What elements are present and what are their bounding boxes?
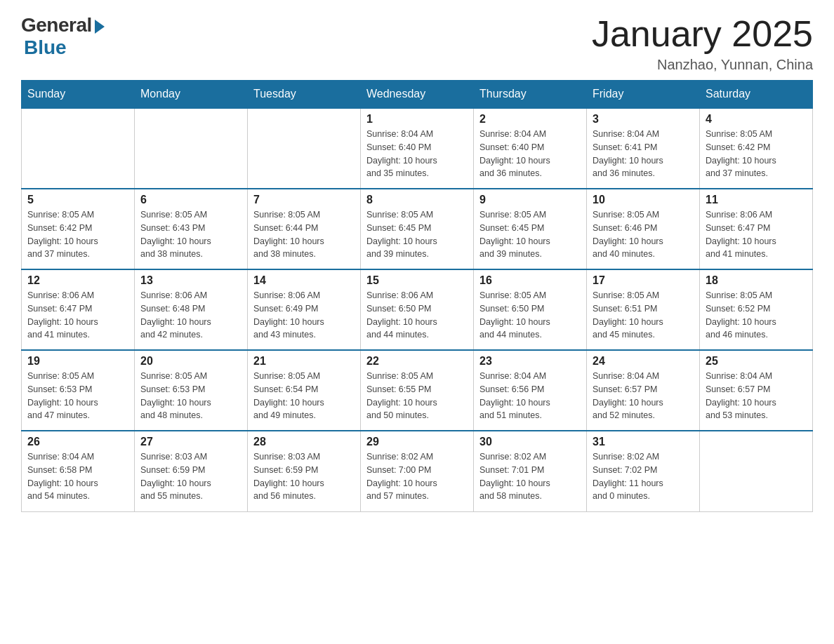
day-info: Sunrise: 8:04 AM Sunset: 6:56 PM Dayligh… (479, 370, 581, 422)
day-info: Sunrise: 8:05 AM Sunset: 6:45 PM Dayligh… (366, 208, 468, 261)
day-info: Sunrise: 8:02 AM Sunset: 7:00 PM Dayligh… (366, 450, 468, 503)
location: Nanzhao, Yunnan, China (592, 57, 813, 73)
weekday-header-sunday: Sunday (22, 81, 135, 109)
calendar-cell: 16Sunrise: 8:05 AM Sunset: 6:50 PM Dayli… (474, 269, 587, 350)
weekday-header-wednesday: Wednesday (361, 81, 474, 109)
day-number: 7 (253, 194, 355, 206)
day-info: Sunrise: 8:02 AM Sunset: 7:02 PM Dayligh… (593, 450, 694, 503)
day-number: 24 (593, 355, 694, 368)
day-info: Sunrise: 8:06 AM Sunset: 6:48 PM Dayligh… (140, 289, 241, 342)
calendar-cell: 24Sunrise: 8:04 AM Sunset: 6:57 PM Dayli… (587, 350, 700, 431)
calendar-cell: 8Sunrise: 8:05 AM Sunset: 6:45 PM Daylig… (361, 189, 474, 269)
calendar-cell: 14Sunrise: 8:06 AM Sunset: 6:49 PM Dayli… (248, 269, 361, 350)
day-number: 27 (140, 436, 241, 448)
day-info: Sunrise: 8:05 AM Sunset: 6:54 PM Dayligh… (253, 370, 355, 422)
calendar-cell: 7Sunrise: 8:05 AM Sunset: 6:44 PM Daylig… (248, 189, 361, 269)
day-info: Sunrise: 8:05 AM Sunset: 6:55 PM Dayligh… (366, 370, 468, 422)
day-number: 19 (27, 355, 128, 368)
day-info: Sunrise: 8:04 AM Sunset: 6:58 PM Dayligh… (27, 450, 128, 503)
calendar-cell (135, 108, 248, 189)
day-number: 28 (253, 436, 355, 448)
calendar-week-row: 1Sunrise: 8:04 AM Sunset: 6:40 PM Daylig… (22, 108, 813, 189)
day-number: 18 (706, 274, 807, 287)
day-info: Sunrise: 8:06 AM Sunset: 6:47 PM Dayligh… (27, 289, 128, 342)
day-number: 8 (366, 194, 468, 206)
calendar-cell: 27Sunrise: 8:03 AM Sunset: 6:59 PM Dayli… (135, 431, 248, 511)
day-info: Sunrise: 8:05 AM Sunset: 6:44 PM Dayligh… (253, 208, 355, 261)
day-info: Sunrise: 8:05 AM Sunset: 6:42 PM Dayligh… (706, 128, 807, 180)
day-info: Sunrise: 8:04 AM Sunset: 6:40 PM Dayligh… (479, 128, 581, 180)
weekday-header-friday: Friday (587, 81, 700, 109)
page-header: General Blue January 2025 Nanzhao, Yunna… (21, 14, 813, 73)
day-number: 9 (479, 194, 581, 206)
day-info: Sunrise: 8:03 AM Sunset: 6:59 PM Dayligh… (140, 450, 241, 503)
day-number: 6 (140, 194, 241, 206)
calendar-cell: 3Sunrise: 8:04 AM Sunset: 6:41 PM Daylig… (587, 108, 700, 189)
day-number: 23 (479, 355, 581, 368)
calendar-cell: 26Sunrise: 8:04 AM Sunset: 6:58 PM Dayli… (22, 431, 135, 511)
weekday-header-thursday: Thursday (474, 81, 587, 109)
calendar-cell: 22Sunrise: 8:05 AM Sunset: 6:55 PM Dayli… (361, 350, 474, 431)
calendar-cell: 4Sunrise: 8:05 AM Sunset: 6:42 PM Daylig… (700, 108, 813, 189)
day-info: Sunrise: 8:02 AM Sunset: 7:01 PM Dayligh… (479, 450, 581, 503)
logo: General Blue (21, 14, 105, 59)
day-number: 15 (366, 274, 468, 287)
calendar-cell: 29Sunrise: 8:02 AM Sunset: 7:00 PM Dayli… (361, 431, 474, 511)
day-number: 10 (593, 194, 694, 206)
day-info: Sunrise: 8:05 AM Sunset: 6:42 PM Dayligh… (27, 208, 128, 261)
day-number: 17 (593, 274, 694, 287)
day-info: Sunrise: 8:05 AM Sunset: 6:46 PM Dayligh… (593, 208, 694, 261)
calendar-week-row: 19Sunrise: 8:05 AM Sunset: 6:53 PM Dayli… (22, 350, 813, 431)
calendar-week-row: 26Sunrise: 8:04 AM Sunset: 6:58 PM Dayli… (22, 431, 813, 511)
day-number: 11 (706, 194, 807, 206)
day-info: Sunrise: 8:05 AM Sunset: 6:45 PM Dayligh… (479, 208, 581, 261)
logo-blue-text: Blue (24, 36, 67, 59)
logo-arrow-icon (95, 20, 105, 34)
day-info: Sunrise: 8:04 AM Sunset: 6:57 PM Dayligh… (593, 370, 694, 422)
day-number: 21 (253, 355, 355, 368)
day-number: 3 (593, 113, 694, 126)
weekday-header-monday: Monday (135, 81, 248, 109)
day-number: 4 (706, 113, 807, 126)
calendar-cell: 18Sunrise: 8:05 AM Sunset: 6:52 PM Dayli… (700, 269, 813, 350)
day-info: Sunrise: 8:05 AM Sunset: 6:50 PM Dayligh… (479, 289, 581, 342)
calendar-week-row: 12Sunrise: 8:06 AM Sunset: 6:47 PM Dayli… (22, 269, 813, 350)
day-info: Sunrise: 8:04 AM Sunset: 6:57 PM Dayligh… (706, 370, 807, 422)
day-info: Sunrise: 8:06 AM Sunset: 6:49 PM Dayligh… (253, 289, 355, 342)
calendar-cell: 30Sunrise: 8:02 AM Sunset: 7:01 PM Dayli… (474, 431, 587, 511)
calendar-cell (22, 108, 135, 189)
calendar-week-row: 5Sunrise: 8:05 AM Sunset: 6:42 PM Daylig… (22, 189, 813, 269)
calendar-cell: 28Sunrise: 8:03 AM Sunset: 6:59 PM Dayli… (248, 431, 361, 511)
logo-general-text: General (21, 14, 92, 36)
calendar-cell: 2Sunrise: 8:04 AM Sunset: 6:40 PM Daylig… (474, 108, 587, 189)
day-info: Sunrise: 8:06 AM Sunset: 6:47 PM Dayligh… (706, 208, 807, 261)
calendar-cell (248, 108, 361, 189)
calendar-cell: 25Sunrise: 8:04 AM Sunset: 6:57 PM Dayli… (700, 350, 813, 431)
day-number: 1 (366, 113, 468, 126)
calendar-cell: 11Sunrise: 8:06 AM Sunset: 6:47 PM Dayli… (700, 189, 813, 269)
day-number: 12 (27, 274, 128, 287)
day-number: 30 (479, 436, 581, 448)
calendar-cell: 12Sunrise: 8:06 AM Sunset: 6:47 PM Dayli… (22, 269, 135, 350)
calendar-cell (700, 431, 813, 511)
day-info: Sunrise: 8:04 AM Sunset: 6:41 PM Dayligh… (593, 128, 694, 180)
day-info: Sunrise: 8:05 AM Sunset: 6:51 PM Dayligh… (593, 289, 694, 342)
calendar-header-row: SundayMondayTuesdayWednesdayThursdayFrid… (22, 81, 813, 109)
day-number: 31 (593, 436, 694, 448)
day-info: Sunrise: 8:04 AM Sunset: 6:40 PM Dayligh… (366, 128, 468, 180)
day-info: Sunrise: 8:06 AM Sunset: 6:50 PM Dayligh… (366, 289, 468, 342)
weekday-header-tuesday: Tuesday (248, 81, 361, 109)
month-title: January 2025 (592, 14, 813, 54)
day-number: 22 (366, 355, 468, 368)
calendar-cell: 31Sunrise: 8:02 AM Sunset: 7:02 PM Dayli… (587, 431, 700, 511)
day-number: 14 (253, 274, 355, 287)
calendar-cell: 23Sunrise: 8:04 AM Sunset: 6:56 PM Dayli… (474, 350, 587, 431)
day-number: 16 (479, 274, 581, 287)
weekday-header-saturday: Saturday (700, 81, 813, 109)
calendar-cell: 19Sunrise: 8:05 AM Sunset: 6:53 PM Dayli… (22, 350, 135, 431)
calendar-cell: 17Sunrise: 8:05 AM Sunset: 6:51 PM Dayli… (587, 269, 700, 350)
title-section: January 2025 Nanzhao, Yunnan, China (592, 14, 813, 73)
day-info: Sunrise: 8:05 AM Sunset: 6:52 PM Dayligh… (706, 289, 807, 342)
day-number: 26 (27, 436, 128, 448)
day-number: 2 (479, 113, 581, 126)
